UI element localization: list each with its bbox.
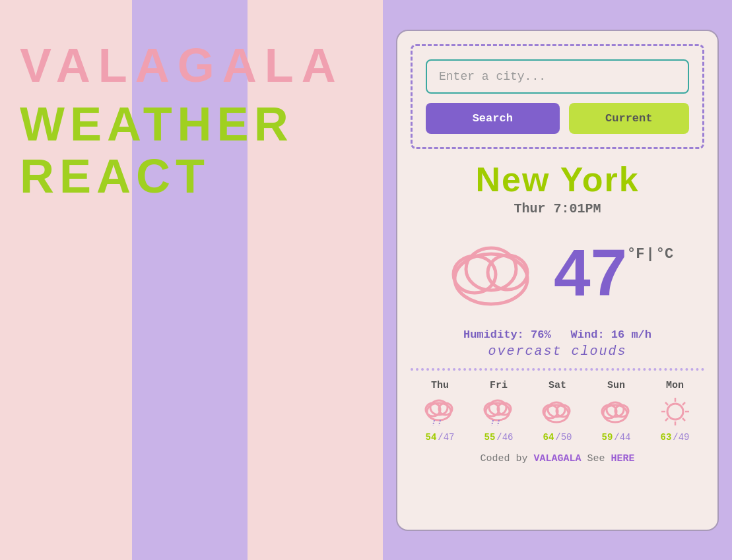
forecast-fri-label: Fri	[490, 380, 508, 391]
svg-point-24	[667, 404, 683, 420]
weather-details: Humidity: 76% Wind: 16 m/h	[463, 328, 651, 341]
search-section: Search Current	[411, 44, 704, 149]
brand-react: REACT	[20, 150, 344, 202]
weather-icon	[442, 230, 547, 315]
temp-units: °F | °C	[627, 239, 673, 263]
forecast-mon-label: Mon	[666, 380, 684, 391]
weather-condition: overcast clouds	[488, 344, 626, 359]
forecast-row: Thu 54 /47 Fri	[411, 375, 704, 445]
search-button[interactable]: Search	[426, 103, 560, 134]
svg-line-31	[682, 402, 685, 405]
brand-valagala: VALAGALA	[20, 40, 344, 92]
wind-label: Wind: 16 m/h	[571, 328, 651, 341]
main-layout: VALAGALA WEATHER REACT Search Current Ne…	[0, 0, 732, 560]
unit-sep: |	[646, 246, 655, 263]
forecast-sat-temps: 64 /50	[543, 432, 572, 443]
forecast-day-sat: Sat 64 /50	[539, 380, 577, 443]
forecast-mon-icon	[656, 394, 694, 429]
forecast-thu-icon	[421, 394, 459, 429]
brand-weather: WEATHER	[20, 98, 344, 150]
forecast-sat-label: Sat	[549, 380, 566, 391]
left-panel: VALAGALA WEATHER REACT	[0, 0, 383, 560]
unit-c: °C	[656, 246, 673, 263]
forecast-sun-icon	[597, 394, 636, 429]
temp-number: 47	[554, 239, 627, 305]
forecast-mon-temps: 63 /49	[660, 432, 689, 443]
svg-line-29	[665, 402, 668, 405]
footer: Coded by VALAGALA See HERE	[411, 445, 704, 464]
footer-see-text: See	[587, 453, 611, 464]
current-button[interactable]: Current	[569, 103, 690, 134]
forecast-sat-icon	[539, 394, 577, 429]
svg-line-32	[665, 418, 668, 421]
temp-unit-row: °F | °C	[627, 246, 673, 263]
forecast-day-fri: Fri 55 /46	[480, 380, 518, 443]
weather-card: Search Current New York Thur 7:01PM 47	[396, 30, 719, 531]
humidity-label: Humidity: 76%	[463, 328, 551, 341]
footer-here-link[interactable]: HERE	[611, 453, 635, 464]
footer-brand-link[interactable]: VALAGALA	[533, 453, 581, 464]
forecast-day-sun: Sun 59 /44	[597, 380, 636, 443]
forecast-day-thu: Thu 54 /47	[421, 380, 459, 443]
forecast-sun-temps: 59 /44	[601, 432, 630, 443]
unit-f: °F	[627, 246, 644, 263]
divider	[411, 368, 704, 371]
button-row: Search Current	[426, 103, 689, 134]
forecast-thu-temps: 54 /47	[425, 432, 454, 443]
right-panel: Search Current New York Thur 7:01PM 47	[383, 0, 732, 560]
weather-main: 47 °F | °C	[411, 230, 704, 315]
svg-line-30	[682, 418, 685, 421]
brand-text: VALAGALA WEATHER REACT	[0, 0, 344, 203]
city-name: New York	[475, 161, 639, 199]
svg-line-8	[433, 420, 434, 425]
temperature-display: 47 °F | °C	[554, 239, 673, 305]
forecast-day-mon: Mon 63 /49	[656, 380, 694, 443]
svg-line-14	[492, 420, 493, 425]
datetime: Thur 7:01PM	[514, 201, 601, 216]
forecast-sun-label: Sun	[607, 380, 625, 391]
footer-text: Coded by	[480, 453, 533, 464]
forecast-thu-label: Thu	[431, 380, 449, 391]
forecast-fri-temps: 55 /46	[484, 432, 513, 443]
city-input[interactable]	[426, 59, 689, 94]
forecast-fri-icon	[480, 394, 518, 429]
